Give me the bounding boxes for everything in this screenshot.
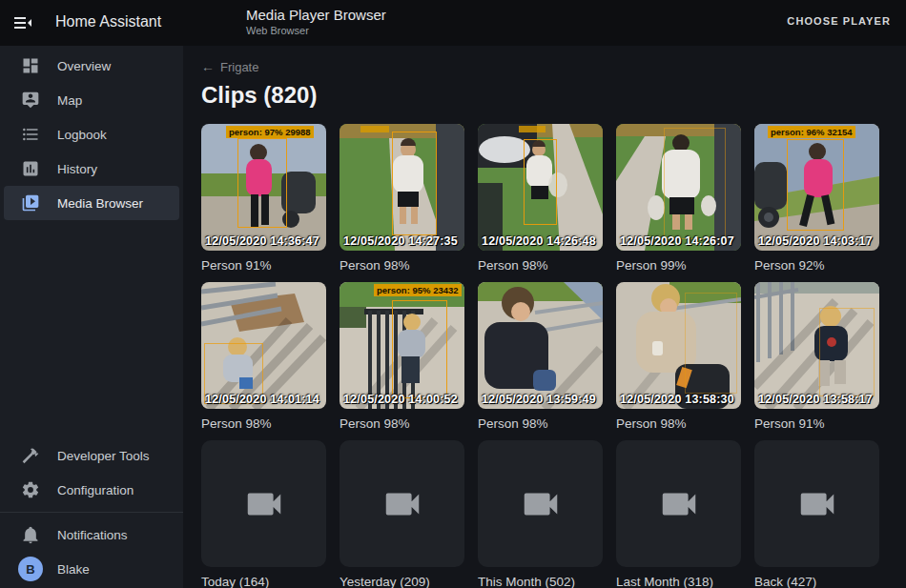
- sidebar-item-label: Media Browser: [57, 196, 143, 211]
- sidebar-item-overview[interactable]: Overview: [0, 49, 183, 83]
- video-camera-icon: [657, 482, 701, 526]
- detection-bbox: [685, 293, 737, 394]
- clip-thumbnail: 12/05/2020 14:01:14: [201, 282, 326, 409]
- folder-label: Last Month (318): [616, 567, 741, 588]
- folder-item-back[interactable]: Back (427): [754, 440, 879, 588]
- user-avatar: B: [18, 557, 43, 581]
- detection-bbox: [392, 132, 437, 235]
- sidebar-item-configuration[interactable]: Configuration: [0, 473, 183, 507]
- clip-caption: Person 91%: [201, 251, 326, 273]
- detection-label: person: 95% 23432: [374, 284, 462, 296]
- detection-bbox: [237, 138, 287, 228]
- page-title-topbar: Media Player Browser: [246, 7, 386, 23]
- sidebar-item-label: History: [57, 162, 97, 176]
- folder-item-yesterday[interactable]: Yesterday (209): [340, 440, 464, 588]
- folder-item-last-month[interactable]: Last Month (318): [616, 440, 741, 588]
- clip-scene-image: [478, 282, 603, 409]
- folder-label: Today (164): [201, 567, 326, 588]
- clips-grid: person: 97% 29988 12/05/2020 14:36:47 Pe…: [201, 124, 906, 588]
- choose-player-button[interactable]: CHOOSE PLAYER: [787, 15, 891, 27]
- clip-caption: Person 98%: [478, 409, 603, 431]
- clip-timestamp: 12/05/2020 14:00:52: [343, 393, 458, 406]
- sidebar-item-label: Configuration: [57, 483, 134, 497]
- sidebar-item-map[interactable]: Map: [0, 83, 183, 117]
- list-bulleted-icon: [21, 125, 40, 144]
- clip-thumbnail: 12/05/2020 14:27:35: [340, 124, 464, 251]
- clip-item[interactable]: 12/05/2020 14:26:48 Person 98%: [478, 124, 603, 282]
- clip-timestamp: 12/05/2020 13:58:30: [620, 393, 734, 406]
- sidebar-item-media-browser[interactable]: Media Browser: [4, 186, 179, 220]
- breadcrumb-label: Frigate: [220, 60, 258, 74]
- sidebar-item-user-profile[interactable]: B Blake: [0, 552, 183, 586]
- clip-caption: Person 98%: [616, 409, 741, 431]
- folder-card: [201, 440, 326, 567]
- app-title: Home Assistant: [55, 13, 161, 30]
- detection-bbox: [664, 128, 727, 239]
- clip-thumbnail: 12/05/2020 13:58:17: [754, 282, 879, 409]
- clip-item[interactable]: person: 97% 29988 12/05/2020 14:36:47 Pe…: [201, 124, 326, 282]
- clip-thumbnail: 12/05/2020 13:58:30: [616, 282, 741, 409]
- detection-bbox: [524, 139, 556, 225]
- play-box-multiple-icon: [21, 193, 40, 213]
- chart-box-icon: [21, 159, 40, 178]
- sidebar-item-history[interactable]: History: [0, 152, 183, 186]
- detection-bbox: [392, 300, 447, 399]
- clip-caption: Person 92%: [754, 251, 879, 273]
- folder-label: Yesterday (209): [340, 567, 464, 588]
- sidebar-item-logbook[interactable]: Logbook: [0, 117, 183, 152]
- clip-caption: Person 91%: [754, 409, 879, 431]
- detection-label: person: 97% 29988: [226, 126, 314, 138]
- sidebar-item-label: Overview: [57, 59, 111, 73]
- sidebar-divider: [0, 512, 183, 513]
- media-browser-content: ← Frigate Clips (820) person: 97% 29988 …: [183, 46, 906, 588]
- folder-item-today[interactable]: Today (164): [201, 440, 326, 588]
- clip-item[interactable]: 12/05/2020 13:58:17 Person 91%: [754, 282, 879, 440]
- clip-item[interactable]: 12/05/2020 14:01:14 Person 98%: [201, 282, 326, 440]
- folder-card: [754, 440, 879, 567]
- sidebar-item-notifications[interactable]: Notifications: [0, 517, 183, 552]
- clip-timestamp: 12/05/2020 14:36:47: [205, 234, 319, 248]
- clip-timestamp: 12/05/2020 13:58:17: [758, 393, 873, 406]
- view-dashboard-icon: [21, 56, 40, 75]
- folder-card: [340, 440, 464, 567]
- clip-caption: Person 98%: [340, 409, 464, 431]
- clip-item[interactable]: 12/05/2020 13:58:30 Person 98%: [616, 282, 741, 440]
- user-name: Blake: [57, 562, 90, 577]
- hammer-icon: [21, 446, 40, 465]
- top-app-bar: Home Assistant Media Player Browser Web …: [0, 0, 906, 46]
- sidebar-item-developer-tools[interactable]: Developer Tools: [0, 438, 183, 473]
- clip-item[interactable]: 12/05/2020 14:27:35 Person 98%: [340, 124, 464, 282]
- clip-timestamp: 12/05/2020 14:26:48: [482, 234, 596, 248]
- clip-thumbnail: person: 96% 32154 12/05/2020 14:03:17: [754, 124, 879, 251]
- folder-item-this-month[interactable]: This Month (502): [478, 440, 603, 588]
- video-camera-icon: [795, 482, 839, 526]
- clip-thumbnail: 12/05/2020 14:26:07: [616, 124, 741, 251]
- sidebar-item-label: Notifications: [57, 528, 128, 542]
- sidebar-toggle-icon[interactable]: [11, 11, 34, 34]
- clip-item[interactable]: person: 96% 32154 12/05/2020 14:03:17 Pe…: [754, 124, 879, 282]
- sidebar-item-label: Map: [57, 93, 82, 108]
- person-bubble-icon: [21, 91, 40, 110]
- sidebar: Overview Map Logbook History Media Brows…: [0, 46, 183, 588]
- folder-label: Back (427): [754, 567, 879, 588]
- folder-card: [478, 440, 603, 567]
- clip-thumbnail: person: 95% 23432 12/05/2020 14:00:52: [340, 282, 464, 409]
- clip-thumbnail: person: 97% 29988 12/05/2020 14:36:47: [201, 124, 326, 251]
- detection-label: person: 96% 32154: [768, 126, 855, 138]
- clip-item[interactable]: 12/05/2020 14:26:07 Person 99%: [616, 124, 741, 282]
- clip-timestamp: 12/05/2020 14:26:07: [620, 234, 734, 248]
- sidebar-item-label: Logbook: [57, 128, 107, 142]
- folder-label: This Month (502): [478, 567, 603, 588]
- clip-timestamp: 12/05/2020 14:01:14: [205, 393, 319, 406]
- clip-thumbnail: 12/05/2020 13:59:49: [478, 282, 603, 409]
- page-subtitle-topbar: Web Browser: [246, 25, 386, 36]
- gear-icon: [21, 480, 40, 499]
- clip-item[interactable]: 12/05/2020 13:59:49 Person 98%: [478, 282, 603, 440]
- back-arrow-icon: ←: [201, 59, 215, 74]
- breadcrumb-back-frigate[interactable]: ← Frigate: [201, 59, 906, 74]
- clip-item[interactable]: person: 95% 23432 12/05/2020 14:00:52 Pe…: [340, 282, 464, 440]
- clip-caption: Person 99%: [616, 251, 741, 273]
- clip-timestamp: 12/05/2020 14:03:17: [758, 234, 873, 248]
- clip-caption: Person 98%: [478, 251, 603, 273]
- clip-timestamp: 12/05/2020 14:27:35: [343, 234, 458, 248]
